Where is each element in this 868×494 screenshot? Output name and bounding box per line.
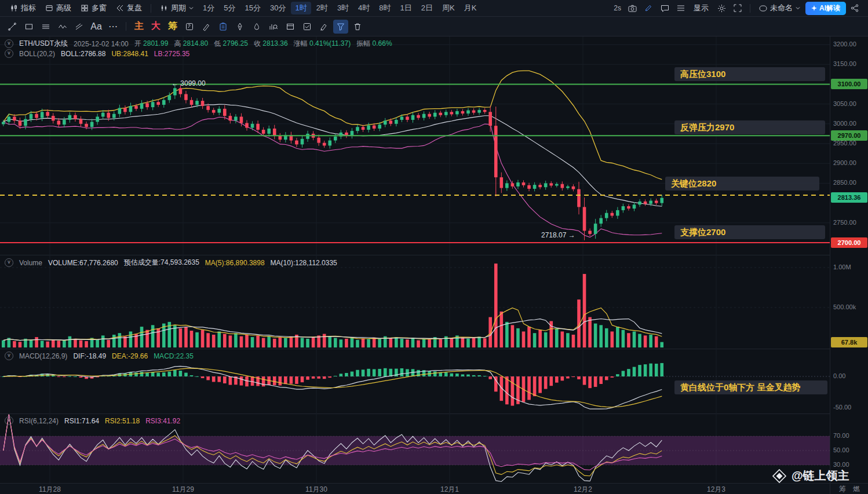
brush-tool[interactable] <box>199 20 214 34</box>
display-settings-button[interactable]: 显示 <box>690 2 713 14</box>
drawing-toolbar: Aa ⋯ 主 大 筹 <box>0 17 868 36</box>
macd-dif-value: DIF:-18.49 <box>73 352 106 360</box>
fullscreen-button[interactable] <box>730 1 745 15</box>
share-button[interactable] <box>847 1 862 15</box>
more-label: ⋯ <box>108 21 118 32</box>
time-axis[interactable]: 11月2811月2911月3012月112月212月3 <box>0 483 830 494</box>
volume-badge: 67.8k <box>831 337 867 347</box>
settings-button[interactable] <box>714 1 729 15</box>
filter-tool-selected[interactable] <box>333 20 348 34</box>
draw-note-button[interactable] <box>641 1 656 15</box>
open-value: 2801.99 <box>143 39 168 47</box>
snapshot-box-tool[interactable] <box>283 20 298 34</box>
estimated-volume-value: 预估成交量:74,593.2635 <box>124 258 199 268</box>
low-price-note[interactable]: 2718.07 → <box>541 231 575 239</box>
tag-tool[interactable] <box>182 20 197 34</box>
advanced-label: 高级 <box>56 3 71 13</box>
share-icon <box>851 4 859 12</box>
checkbox-tool[interactable] <box>300 20 315 34</box>
macd-dea-value: DEA:-29.66 <box>112 352 148 360</box>
corner-chip-label[interactable]: 筹 <box>839 484 846 494</box>
chip-distribution-toggle[interactable]: 筹 <box>165 20 180 34</box>
amplitude-value: 0.66% <box>373 39 392 47</box>
rsi2-value: RSI2:51.18 <box>105 417 140 425</box>
annotation-key-level[interactable]: 关键位2820 <box>665 177 819 191</box>
pen-tool[interactable] <box>232 20 247 34</box>
replay-button[interactable]: 复盘 <box>112 2 146 14</box>
big-toggle-label: 大 <box>151 20 161 32</box>
advanced-button[interactable]: 高级 <box>41 2 75 14</box>
axis-tick-label: 0.00 <box>833 372 845 379</box>
timeframe-8h[interactable]: 8时 <box>375 2 395 14</box>
annotation-rebound-pressure[interactable]: 反弹压力2970 <box>674 120 825 134</box>
chart-search-tool[interactable] <box>266 20 281 34</box>
price-axis[interactable]: 3200.003150.003100.003050.003000.002950.… <box>830 36 868 483</box>
low-price-value: 2718.07 <box>541 231 566 239</box>
timeframe-1w[interactable]: 周K <box>438 2 459 14</box>
collapse-macd-icon[interactable]: v <box>5 352 13 360</box>
object-tree-button[interactable] <box>673 1 688 15</box>
timeframe-30m[interactable]: 30分 <box>266 2 290 14</box>
channel-tool[interactable] <box>72 20 87 34</box>
diamond-logo-icon <box>772 469 787 484</box>
high-value: 2814.80 <box>183 39 208 47</box>
period-dropdown[interactable]: 周期 <box>156 2 198 14</box>
volume-chart[interactable] <box>0 255 830 349</box>
annotation-support[interactable]: 支撑位2700 <box>674 225 825 239</box>
indicators-button[interactable]: 指标 <box>6 2 40 14</box>
timeframe-3h[interactable]: 3时 <box>333 2 353 14</box>
watermark: @链上领主 <box>772 468 849 484</box>
volume-ma10-value: MA(10):128,112.0335 <box>271 259 337 267</box>
timeframe-2h[interactable]: 2时 <box>312 2 332 14</box>
delete-drawings-button[interactable] <box>350 20 365 34</box>
large-view-toggle[interactable]: 大 <box>148 20 163 34</box>
axis-tick-label: 2850.00 <box>833 179 856 186</box>
collapse-rsi-icon[interactable]: v <box>5 416 13 425</box>
axis-tick-label: 3150.00 <box>833 60 856 67</box>
comment-button[interactable] <box>657 1 672 15</box>
macd-panel[interactable]: v MACD(12,26,9) DIF:-18.49 DEA:-29.66 MA… <box>0 349 830 414</box>
timeframe-1mo[interactable]: 月K <box>460 2 481 14</box>
volume-header: v Volume VOLUME:67,776.2680 预估成交量:74,593… <box>5 258 337 268</box>
timeframe-1h-active[interactable]: 1时 <box>291 2 311 14</box>
timeframe-1d[interactable]: 1日 <box>396 2 416 14</box>
wave-tool[interactable] <box>55 20 70 34</box>
volume-panel[interactable]: v Volume VOLUME:67,776.2680 预估成交量:74,593… <box>0 255 830 349</box>
clipboard-tool[interactable] <box>216 20 231 34</box>
peak-price-note[interactable]: ← 3099.00 <box>172 79 206 87</box>
timeframe-15m[interactable]: 15分 <box>240 2 264 14</box>
price-chart-panel[interactable]: v ETH/USDT永续 2025-12-02 14:00 开 2801.99 … <box>0 36 830 255</box>
timeframe-5m[interactable]: 5分 <box>220 2 239 14</box>
screenshot-button[interactable] <box>625 1 640 15</box>
trend-line-tool[interactable] <box>5 20 20 34</box>
corner-burn-label[interactable]: 燃 <box>853 484 860 494</box>
more-tools-button[interactable]: ⋯ <box>105 20 121 34</box>
marker-tool[interactable] <box>316 20 331 34</box>
annotation-macd-golden-cross[interactable]: 黄白线位于0轴下方 呈金叉趋势 <box>674 380 827 394</box>
collapse-volume-icon[interactable]: v <box>5 258 13 267</box>
timeframe-1m[interactable]: 1分 <box>199 2 218 14</box>
chevron-down-icon <box>189 6 194 10</box>
close-value: 2813.36 <box>262 39 287 47</box>
multi-window-button[interactable]: 多窗 <box>76 2 111 14</box>
rectangle-tool[interactable] <box>21 20 37 34</box>
ai-analysis-button[interactable]: AI解读 <box>805 2 846 15</box>
collapse-boll-icon[interactable]: v <box>5 49 13 58</box>
timeframe-4h[interactable]: 4时 <box>354 2 374 14</box>
ink-tool[interactable] <box>249 20 264 34</box>
main-chart-toggle[interactable]: 主 <box>132 20 147 34</box>
collapse-price-panel-icon[interactable]: v <box>5 39 13 48</box>
parallel-lines-tool[interactable] <box>38 20 53 34</box>
layout-name-label: 未命名 <box>770 3 793 13</box>
layout-name-dropdown[interactable]: 未命名 <box>755 2 804 14</box>
chips-toggle-label: 筹 <box>168 20 177 32</box>
peak-price-value: 3099.00 <box>180 79 205 87</box>
text-tool[interactable]: Aa <box>89 20 104 34</box>
rsi-panel[interactable]: v RSI(6,12,24) RSI1:71.64 RSI2:51.18 RSI… <box>0 414 830 484</box>
annotation-high-resistance[interactable]: 高压位3100 <box>674 67 825 81</box>
time-axis-label: 12月3 <box>707 485 725 494</box>
timeframe-2d[interactable]: 2日 <box>417 2 437 14</box>
axis-tick-label: 2900.00 <box>833 159 856 166</box>
macd-hist-value: MACD:22.35 <box>154 352 194 360</box>
macd-header: v MACD(12,26,9) DIF:-18.49 DEA:-29.66 MA… <box>5 352 194 360</box>
